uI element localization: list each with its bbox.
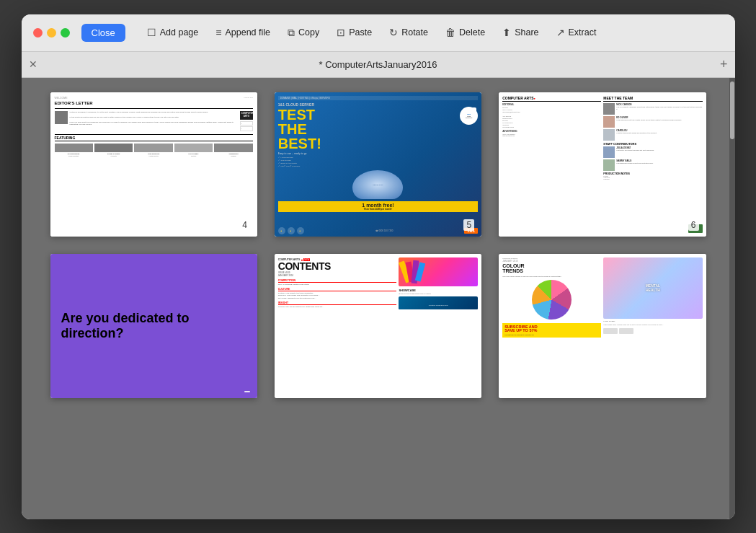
tab-title: * ComputerArtsJanuary2016: [33, 59, 724, 70]
app-window: Close ☐ Add page ≡ Append file ⧉ Copy ⊡ …: [22, 14, 735, 519]
page6-nick-desc: This is a brilliantly rewarding, doing t…: [616, 106, 702, 110]
contents-competition-items: WIN: An amazing creative coder studio: [278, 283, 397, 286]
page5-offer-text: 1 month free!: [280, 203, 476, 208]
contents-insight-header: INSIGHT: [278, 301, 397, 305]
extract-button[interactable]: ↗ Extract: [549, 23, 604, 42]
page5-features: ✓ Load balancing ✓ SSD storage ✓ Billing…: [278, 157, 478, 168]
subscribe-box: SUBSCRIBE ANDSAVE UP TO 57% The great wa…: [502, 323, 601, 338]
copy-icon: ⧉: [288, 27, 295, 39]
extract-icon: ↗: [556, 27, 565, 38]
page6-content: COMPUTER ARTS● EDITORIAL EDITORNICK CARS…: [499, 92, 706, 237]
page5-topbar: DOMAINS | MAIL | HOSTING | eShops | SERV…: [278, 96, 478, 100]
page4-title: EDITOR'S LETTER: [55, 101, 253, 109]
page6-section-advertising: ADVERTISING: [502, 130, 601, 133]
page5-badge1: ⭐: [278, 227, 285, 234]
page-thumb-6[interactable]: COMPUTER ARTS● EDITORIAL EDITORNICK CARS…: [499, 92, 706, 237]
share-label: Share: [515, 27, 538, 38]
page5-badge-intel: Intel Cloud Technology: [460, 107, 478, 125]
page5-easy: Easy to use – ready to go: [278, 152, 478, 155]
page6-section-editorial: EDITORIAL: [502, 103, 601, 106]
page5-content: DOMAINS | MAIL | HOSTING | eShops | SERV…: [275, 92, 481, 237]
page6-number: 6: [688, 219, 699, 231]
subscribe-title: SUBSCRIBE ANDSAVE UP TO 57%: [504, 325, 599, 333]
titlebar: Close ☐ Add page ≡ Append file ⧉ Copy ⊡ …: [22, 14, 735, 52]
toolbar-actions: ☐ Add page ≡ Append file ⧉ Copy ⊡ Paste …: [140, 23, 724, 43]
page5-cloud-graphic: SERVER RACK: [278, 170, 478, 199]
rotate-icon: ↻: [389, 27, 398, 38]
close-button[interactable]: Close: [81, 24, 125, 42]
page6-julia-desc: Contributor and project manager with vas…: [616, 149, 654, 151]
trends-right: MENTALHEALTH LOOK & FEEL Latest design t…: [603, 257, 702, 395]
page-thumb-4[interactable]: WELCOME ISSUE 049 EDITOR'S LETTER Cultur…: [50, 92, 257, 237]
page4-issue: ISSUE 049: [244, 97, 252, 102]
trends-logo1: [603, 328, 618, 334]
contents-page-number: [468, 391, 474, 392]
trends-partner-logos: [603, 328, 702, 334]
contents-right: SHOWCASE BACK-TO-NATURE ORGANIC STUDIO C…: [399, 257, 478, 310]
scrollbar[interactable]: [729, 78, 735, 519]
contents-left: COMPUTER ARTS ● NEW CONTENTS ISSUE #049J…: [278, 257, 397, 310]
colour-wheel: [532, 280, 572, 320]
rotate-button[interactable]: ↻ Rotate: [382, 23, 435, 42]
page5-cloud-title: 1&1 CLOUD SERVER: [278, 102, 478, 107]
add-tab-button[interactable]: +: [720, 58, 728, 71]
pages-grid: WELCOME ISSUE 049 EDITOR'S LETTER Cultur…: [50, 92, 706, 398]
share-icon: ⬆: [502, 27, 511, 38]
copy-button[interactable]: ⧉ Copy: [280, 23, 326, 43]
page-purple-content: Are you dedicated to direction?: [50, 254, 257, 398]
delete-icon: 🗑: [445, 27, 455, 38]
page4-body-text: Culture is wonderful, it's powerful, it …: [70, 111, 238, 131]
page5-headline: TESTTHEBEST!: [278, 107, 466, 151]
page-trends-content: COLOUR & PRINT JANUARY 2016 COLOURTRENDS…: [499, 254, 706, 398]
page-thumb-trends[interactable]: COLOUR & PRINT JANUARY 2016 COLOURTRENDS…: [499, 254, 706, 398]
page6-nick-photo: [603, 103, 615, 115]
tab-close-button[interactable]: ✕: [29, 58, 37, 70]
page-contents-content: COMPUTER ARTS ● NEW CONTENTS ISSUE #049J…: [275, 254, 481, 398]
scrollbar-thumb[interactable]: [730, 82, 734, 139]
page5-badge2: ⭐: [288, 227, 295, 234]
page4-content: WELCOME ISSUE 049 EDITOR'S LETTER Cultur…: [50, 92, 257, 237]
contents-big-title: CONTENTS: [278, 262, 397, 271]
contents-showcase-label: SHOWCASE: [399, 288, 478, 293]
page6-editorial-text: EDITORNICK CARSON nick.carson@futurenet.…: [502, 107, 601, 128]
page6-advertising-text: VISIT FUTURENETwww.futurenet.com: [502, 133, 601, 138]
page6-sammy-photo: [603, 159, 615, 171]
page6-staff-contributors: STAFF CONTRIBUTORS: [603, 142, 702, 146]
delete-button[interactable]: 🗑 Delete: [438, 23, 492, 42]
minimize-traffic-light[interactable]: [47, 28, 56, 38]
page5-badge3: ⭐: [297, 227, 304, 234]
trends-article-label: LOOK & FEEL: [603, 320, 702, 322]
maximize-traffic-light[interactable]: [61, 28, 70, 38]
contents-insight-items: SHOWCASE: EXTRAORDINARY design and visua…: [278, 306, 397, 309]
page4-featuring: FEATURING: [55, 134, 253, 142]
trends-page-number: [693, 391, 699, 392]
append-file-icon: ≡: [215, 27, 221, 38]
add-page-button[interactable]: ☐ Add page: [140, 23, 206, 42]
close-traffic-light[interactable]: [33, 28, 43, 38]
page-thumb-purple[interactable]: Are you dedicated to direction?: [50, 254, 257, 398]
page-thumb-5[interactable]: DOMAINS | MAIL | HOSTING | eShops | SERV…: [275, 92, 481, 237]
trends-subscribe-box: SUBSCRIBE ANDSAVE UP TO 57% The great wa…: [502, 323, 601, 338]
page5-price: Then from £4.99 per month¹: [280, 208, 476, 211]
page-thumb-contents[interactable]: COMPUTER ARTS ● NEW CONTENTS ISSUE #049J…: [275, 254, 481, 398]
page6-left-col: COMPUTER ARTS● EDITORIAL EDITORNICK CARS…: [502, 96, 601, 180]
contents-issue: ISSUE #049JANUARY 2016: [278, 271, 397, 277]
tabbar: ✕ * ComputerArtsJanuary2016 +: [22, 52, 735, 78]
page6-julia-photo: [603, 146, 615, 158]
trends-headline: COLOURTRENDS: [502, 263, 601, 273]
pages-content[interactable]: WELCOME ISSUE 049 EDITOR'S LETTER Cultur…: [22, 78, 735, 519]
add-page-label: Add page: [160, 27, 199, 38]
trends-visual-top: MENTALHEALTH: [603, 257, 702, 320]
page5-footer: ⭐ ⭐ ⭐ ☎ 0800 100 7300 1&1: [278, 227, 478, 234]
trends-logo2: [619, 328, 633, 334]
contents-culture-header: CULTURE: [278, 288, 397, 291]
paste-button[interactable]: ⊡ Paste: [329, 23, 379, 42]
paste-icon: ⊡: [337, 27, 345, 38]
rotate-label: Rotate: [401, 27, 428, 38]
share-button[interactable]: ⬆ Share: [495, 23, 546, 42]
page6-left-title: COMPUTER ARTS●: [502, 96, 601, 102]
contents-showcase-alt: Creative showcase work: [427, 303, 450, 308]
append-file-button[interactable]: ≡ Append file: [208, 23, 277, 42]
page6-staff3-photo: [603, 129, 615, 141]
delete-label: Delete: [459, 27, 485, 38]
